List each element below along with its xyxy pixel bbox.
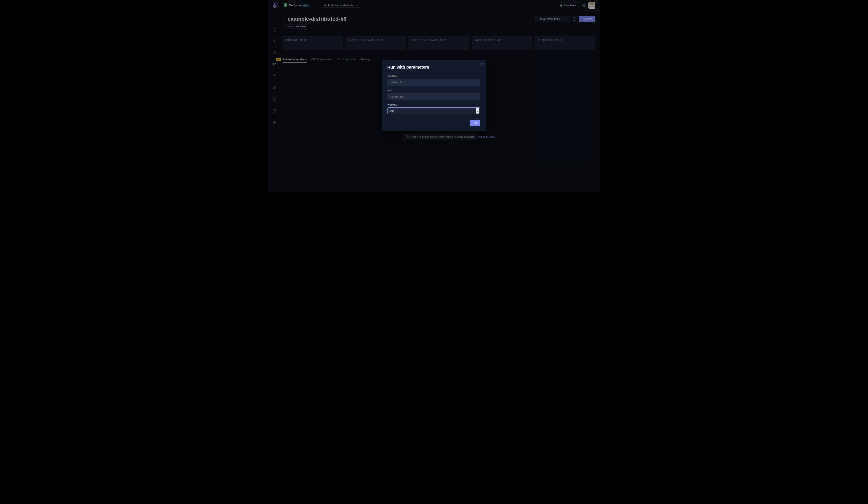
vus-input[interactable] [387,93,480,100]
workers-input[interactable]: 10 [387,107,480,114]
close-button[interactable] [479,62,483,66]
vus-label: vus [388,89,392,92]
duration-label: duration [388,74,397,78]
run-button[interactable]: Run [470,120,480,126]
modal-title: Run with parameters [387,65,429,70]
testkube-app: T Testkube PRO Testkube-cloud-test-dev F… [268,0,600,192]
step-up-icon[interactable] [477,109,478,111]
workers-label: workers [388,103,397,106]
duration-input[interactable] [387,79,480,86]
number-stepper[interactable] [476,108,479,114]
step-down-icon[interactable] [477,112,478,112]
close-icon [480,63,483,65]
workers-value: 10 [390,109,393,113]
text-caret [393,109,393,113]
run-with-parameters-modal: Run with parameters duration vus workers… [382,60,486,131]
